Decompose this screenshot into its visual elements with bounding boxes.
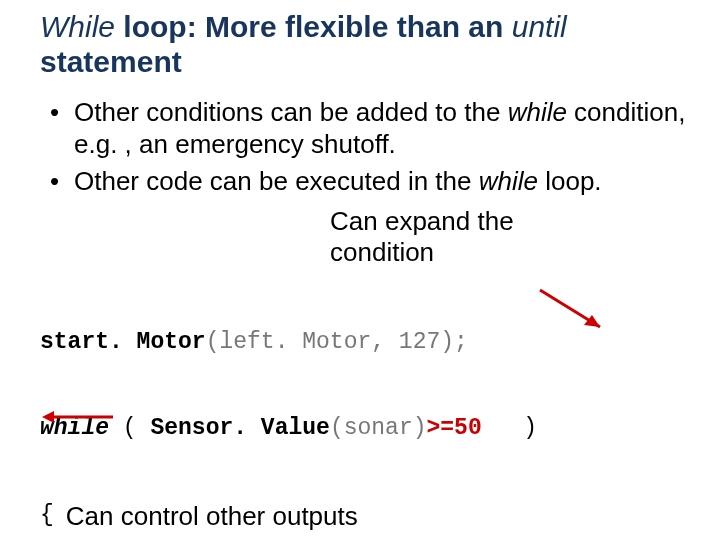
- bullet-2: Other code can be executed in the while …: [40, 166, 690, 198]
- annotation-expand-condition: Can expand the condition: [330, 206, 590, 268]
- code-line-1: start. Motor(left. Motor, 127);: [40, 328, 690, 357]
- code-fn-sensorvalue: Sensor. Value: [150, 415, 329, 441]
- code-line-2: while ( Sensor. Value(sonar)>=50 ): [40, 414, 690, 443]
- code-line-3: {Can control other outputs: [40, 501, 690, 532]
- slide-title: While loop: More flexible than an until …: [40, 10, 690, 79]
- bullet-1-pre: Other conditions can be added to the: [74, 97, 508, 127]
- code-fn-startmotor: start. Motor: [40, 329, 206, 355]
- bullet-2-pre: Other code can be executed in the: [74, 166, 479, 196]
- code-open-paren: (: [109, 415, 150, 441]
- code-close-paren: ): [482, 415, 537, 441]
- title-mid: loop: More flexible than an: [115, 10, 512, 43]
- code-kw-while: while: [40, 415, 109, 441]
- bullet-list: Other conditions can be added to the whi…: [40, 97, 690, 198]
- annotation-bracket-line1: Can control other outputs: [66, 501, 358, 532]
- code-brace-open: {: [40, 502, 54, 528]
- bullet-2-italic: while: [479, 166, 538, 196]
- code-sensor-arg: (sonar): [330, 415, 427, 441]
- code-args-1: (left. Motor, 127);: [206, 329, 468, 355]
- code-block: start. Motor(left. Motor, 127); while ( …: [40, 271, 690, 540]
- bullet-1-italic: while: [508, 97, 567, 127]
- title-tail: statement: [40, 45, 182, 78]
- bullet-1: Other conditions can be added to the whi…: [40, 97, 690, 160]
- bullet-2-post: loop.: [538, 166, 602, 196]
- slide: While loop: More flexible than an until …: [0, 0, 720, 540]
- title-until: until: [512, 10, 567, 43]
- code-compare: >=50: [427, 415, 482, 441]
- title-while: While: [40, 10, 115, 43]
